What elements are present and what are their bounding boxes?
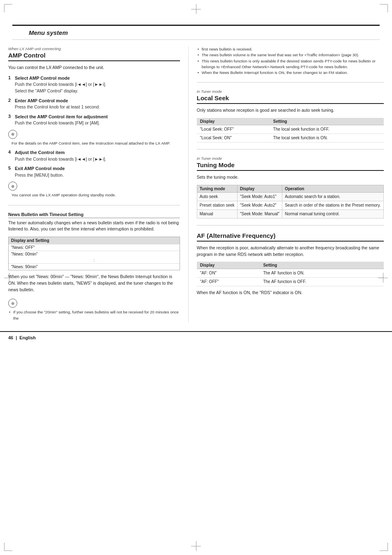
page-number: 46 — [8, 335, 13, 340]
step-4-body: Push the Control knob towards [i◄◄] or [… — [8, 156, 180, 163]
local-seek-intro: Only stations whose reception is good ar… — [197, 107, 384, 114]
tuning-mode-2: Manual — [197, 210, 237, 218]
af-display-1: "AF: OFF" — [197, 278, 260, 286]
step-2-number: 2 — [8, 98, 13, 103]
note-icon-news: ⊕ — [8, 299, 17, 308]
corner-br — [380, 543, 388, 551]
step-1-body: Push the Control knob towards [i◄◄] or [… — [8, 81, 180, 88]
page-title: Menu system — [29, 29, 68, 36]
tuning-display-1: "Seek Mode: Auto2" — [237, 201, 282, 210]
step-3: 3 Select the AMP Control item for adjust… — [8, 114, 180, 146]
section-divider-4 — [197, 225, 384, 226]
af-note: When the AF function is ON, the "RDS" in… — [197, 290, 384, 296]
news-row-3: "News: 90min" — [9, 263, 180, 270]
step-4-number: 4 — [8, 150, 13, 154]
local-seek-th-display: Display — [197, 118, 270, 125]
step-3-note-block: ⊕ For the details on the AMP Control ite… — [8, 128, 180, 146]
af-row-1: "AF: OFF" The AF function is OFF. — [197, 278, 384, 286]
local-seek-row-0: "Local Seek: OFF" The local seek functio… — [197, 125, 384, 134]
step-2-body: Press the Control knob for at least 1 se… — [8, 104, 180, 111]
step-5-note: You cannot use the LX AMP operation duri… — [8, 192, 180, 198]
step-3-body: Push the Control knob towards [FM] or [A… — [8, 120, 180, 127]
local-seek-display-0: "Local Seek: OFF" — [197, 125, 270, 134]
news-note-block: ⊕ If you choose the "20min" setting, fur… — [8, 297, 180, 321]
footer-lang: English — [19, 335, 36, 340]
footer-separator: | — [16, 335, 17, 340]
tuning-display-0: "Seek Mode: Auto1" — [237, 192, 282, 201]
step-1: 1 Select AMP Control mode Push the Contr… — [8, 75, 180, 94]
right-col-bullets: first news bulletin is received. The new… — [197, 46, 384, 76]
step-5-note-block: ⊕ You cannot use the LX AMP operation du… — [8, 180, 180, 198]
tuning-op-1: Search in order of the stations in the P… — [282, 201, 384, 210]
tuning-op-2: Normal manual tuning control. — [282, 210, 384, 218]
af-section: AF (Alternative Frequency) When the rece… — [197, 232, 384, 296]
tuning-th-mode: Tuning mode — [197, 185, 237, 192]
tuning-th-operation: Operation — [282, 185, 384, 192]
bullet-2: This news bulletin function is only avai… — [197, 58, 384, 70]
tuning-label: In Tuner mode — [197, 156, 384, 161]
tuning-mode-0: Auto seek — [197, 192, 237, 201]
news-row-1: "News: 00min" — [9, 251, 180, 257]
tuning-display-2: "Seek Mode: Manual" — [237, 210, 282, 218]
news-body1: When you set "News: 00min" — "News: 90mi… — [8, 274, 180, 293]
corner-tl — [4, 4, 12, 12]
af-intro: When the reception is poor, automaticall… — [197, 245, 384, 258]
step-3-note: For the details on the AMP Control item,… — [8, 140, 180, 146]
tuning-mode-section: In Tuner mode Tuning Mode Sets the tunin… — [197, 156, 384, 219]
amp-intro: You can control the LX AMP connected to … — [8, 64, 180, 71]
section-divider-2 — [197, 82, 384, 83]
step-2-title: Enter AMP Control mode — [15, 98, 68, 104]
amp-control-section: When LX AMP unit connecting AMP Control … — [8, 46, 180, 198]
tuning-th-display: Display — [237, 185, 282, 192]
af-display-0: "AF: ON" — [197, 269, 260, 278]
local-seek-section: In Tuner mode Local Seek Only stations w… — [197, 89, 384, 143]
step-5-number: 5 — [8, 166, 13, 170]
local-seek-row-1: "Local Seek: ON" The local seek function… — [197, 134, 384, 143]
step-1-title: Select AMP Control mode — [15, 75, 70, 81]
amp-section-label: When LX AMP unit connecting — [8, 46, 180, 51]
main-content: When LX AMP unit connecting AMP Control … — [0, 46, 392, 323]
tuning-table: Tuning mode Display Operation Auto seek … — [197, 185, 384, 219]
news-row-0: "News: OFF" — [9, 244, 180, 251]
amp-section-title: AMP Control — [8, 52, 180, 61]
local-seek-table: Display Setting "Local Seek: OFF" The lo… — [197, 118, 384, 143]
bullet-0: first news bulletin is received. — [197, 46, 384, 52]
section-divider-3 — [197, 149, 384, 150]
cross-top — [191, 4, 201, 14]
left-column: When LX AMP unit connecting AMP Control … — [8, 46, 189, 323]
tuning-intro: Sets the tuning mode. — [197, 174, 384, 181]
section-divider-1 — [8, 205, 180, 205]
corner-tr — [380, 4, 388, 12]
af-setting-1: The AF function is OFF. — [260, 278, 384, 286]
page-header: Menu system — [12, 29, 380, 40]
tuning-row-0: Auto seek "Seek Mode: Auto1" Automatic s… — [197, 192, 383, 201]
ds-header: Display and Setting — [9, 237, 180, 244]
page: Menu system When LX AMP unit connecting … — [0, 0, 392, 555]
corner-bl — [4, 543, 12, 551]
local-seek-th-setting: Setting — [270, 118, 384, 125]
local-seek-setting-0: The local seek function is OFF. — [270, 125, 384, 134]
bullet-3: When the News Bulletin Interrupt functio… — [197, 70, 384, 76]
tuning-row-2: Manual "Seek Mode: Manual" Normal manual… — [197, 210, 383, 218]
step-3-title: Select the AMP Control item for adjustme… — [15, 114, 108, 120]
news-intro: The tuner automatically changes when a n… — [8, 220, 180, 233]
tuning-row-1: Preset station seek "Seek Mode: Auto2" S… — [197, 201, 383, 210]
tuning-mode-1: Preset station seek — [197, 201, 237, 210]
news-note: If you choose the "20min" setting, furth… — [8, 309, 180, 321]
local-seek-display-1: "Local Seek: ON" — [197, 134, 270, 143]
news-bulletin-section: News Bulletin with Timeout Setting The t… — [8, 212, 180, 321]
local-seek-setting-1: The local seek function is ON. — [270, 134, 384, 143]
page-footer: 46 | English — [0, 331, 392, 340]
note-icon-3: ⊕ — [8, 130, 17, 139]
step-1-number: 1 — [8, 75, 13, 80]
step-4: 4 Adjust the Control item Push the Contr… — [8, 150, 180, 162]
local-seek-label: In Tuner mode — [197, 89, 384, 94]
step-5-title: Exit AMP Control mode — [15, 166, 65, 172]
af-th-setting: Setting — [260, 262, 384, 269]
af-title: AF (Alternative Frequency) — [197, 232, 384, 242]
note-icon-5: ⊕ — [8, 182, 17, 191]
right-column: first news bulletin is received. The new… — [189, 46, 384, 323]
tuning-title: Tuning Mode — [197, 161, 384, 171]
step-5: 5 Exit AMP Control mode Press the [MENU]… — [8, 166, 180, 198]
top-rule — [12, 25, 380, 26]
